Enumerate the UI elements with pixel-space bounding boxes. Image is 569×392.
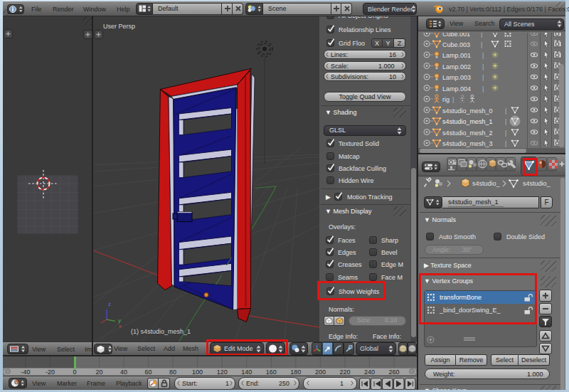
svg-text:|: | bbox=[481, 33, 482, 38]
svg-text:-40: -40 bbox=[21, 369, 30, 376]
svg-text:Cube.001: Cube.001 bbox=[442, 33, 470, 38]
svg-text:20: 20 bbox=[95, 369, 102, 376]
svg-text:240: 240 bbox=[364, 369, 375, 376]
svg-text:80: 80 bbox=[169, 369, 176, 376]
svg-text:200: 200 bbox=[315, 369, 326, 376]
svg-text:Cube.003: Cube.003 bbox=[442, 41, 470, 48]
svg-text:0: 0 bbox=[73, 369, 76, 376]
svg-text:Lamp.001: Lamp.001 bbox=[442, 52, 471, 59]
svg-text:|: | bbox=[482, 74, 484, 81]
svg-text:x: x bbox=[119, 323, 122, 329]
svg-text:160: 160 bbox=[266, 369, 277, 376]
svg-text:s4studio_mesh_1: s4studio_mesh_1 bbox=[442, 118, 493, 125]
svg-text:|: | bbox=[452, 96, 454, 103]
svg-text:260: 260 bbox=[388, 369, 399, 376]
svg-text:s4studio_mesh_3: s4studio_mesh_3 bbox=[442, 140, 493, 147]
svg-text:Lamp.004: Lamp.004 bbox=[442, 85, 471, 92]
svg-text:|: | bbox=[505, 118, 506, 125]
svg-text:rig: rig bbox=[442, 96, 450, 103]
svg-text:100: 100 bbox=[192, 369, 203, 376]
svg-text:180: 180 bbox=[290, 369, 301, 376]
svg-text:140: 140 bbox=[241, 369, 252, 376]
svg-text:|: | bbox=[482, 63, 484, 70]
svg-text:Lamp.002: Lamp.002 bbox=[442, 63, 471, 70]
svg-text:|: | bbox=[482, 85, 484, 92]
svg-text:60: 60 bbox=[145, 369, 152, 376]
svg-text:|: | bbox=[481, 41, 482, 48]
svg-text:|: | bbox=[505, 140, 506, 147]
svg-text:s4studio_mesh_2: s4studio_mesh_2 bbox=[442, 129, 493, 137]
svg-text:|: | bbox=[505, 107, 506, 115]
svg-text:40: 40 bbox=[120, 369, 127, 376]
svg-text:s4studio_mesh_0: s4studio_mesh_0 bbox=[442, 107, 493, 115]
svg-text:Lamp.003: Lamp.003 bbox=[442, 74, 471, 81]
svg-text:|: | bbox=[505, 129, 506, 137]
svg-text:120: 120 bbox=[217, 369, 228, 376]
svg-text:-20: -20 bbox=[46, 369, 55, 376]
svg-text:220: 220 bbox=[339, 369, 350, 376]
svg-text:|: | bbox=[482, 52, 484, 59]
svg-text:z: z bbox=[108, 301, 111, 307]
